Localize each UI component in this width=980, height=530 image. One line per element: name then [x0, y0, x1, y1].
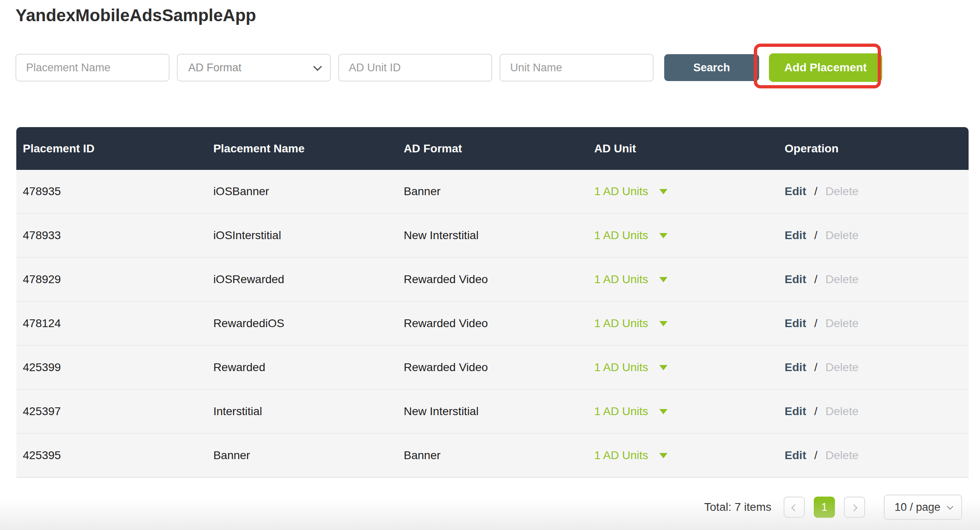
column-header-operation: Operation [778, 142, 969, 155]
dropdown-triangle-icon [659, 321, 667, 326]
ad-format-cell: Banner [397, 449, 588, 462]
placement-name-cell: RewardediOS [207, 317, 397, 330]
placement-id-cell: 425397 [16, 405, 207, 418]
placement-id-cell: 478124 [16, 317, 207, 330]
ad-units-dropdown-toggle[interactable]: 1 AD Units [594, 229, 667, 242]
operation-cell: Edit / Delete [778, 405, 969, 418]
chevron-down-icon [313, 62, 322, 71]
next-page-button[interactable] [844, 497, 865, 518]
table-row: 478935 iOSBanner Banner 1 AD Units Edit … [16, 170, 969, 214]
placement-name-cell: iOSBanner [207, 185, 397, 198]
placement-name-cell: Banner [207, 449, 397, 462]
ad-units-count-label: 1 AD Units [594, 229, 648, 242]
placement-name-cell: Rewarded [207, 361, 397, 374]
ad-units-dropdown-toggle[interactable]: 1 AD Units [594, 317, 667, 330]
table-row: 478124 RewardediOS Rewarded Video 1 AD U… [16, 302, 969, 346]
placement-id-cell: 478929 [16, 273, 207, 286]
page-size-label: 10 / page [894, 501, 940, 514]
add-placement-button[interactable]: Add Placement [769, 53, 882, 82]
chevron-right-icon [850, 504, 857, 511]
ad-units-dropdown-toggle[interactable]: 1 AD Units [594, 361, 667, 374]
previous-page-button[interactable] [784, 497, 805, 518]
total-items-label: Total: 7 items [704, 501, 771, 514]
dropdown-triangle-icon [659, 233, 667, 238]
ad-units-count-label: 1 AD Units [594, 273, 648, 286]
placement-id-cell: 478935 [16, 185, 207, 198]
table-row: 478929 iOSRewarded Rewarded Video 1 AD U… [16, 258, 969, 302]
ad-format-cell: New Interstitial [397, 229, 588, 242]
ad-units-count-label: 1 AD Units [594, 449, 648, 462]
ad-unit-cell: 1 AD Units [588, 185, 778, 198]
ad-units-count-label: 1 AD Units [594, 317, 648, 330]
placement-name-cell: Interstitial [207, 405, 397, 418]
ad-units-dropdown-toggle[interactable]: 1 AD Units [594, 185, 667, 198]
dropdown-triangle-icon [659, 409, 667, 414]
delete-link[interactable]: Delete [826, 405, 859, 418]
chevron-down-icon [947, 503, 954, 510]
unit-name-input[interactable] [500, 54, 654, 81]
edit-link[interactable]: Edit [785, 361, 806, 374]
table-row: 425399 Rewarded Rewarded Video 1 AD Unit… [16, 346, 969, 390]
table-row: 425395 Banner Banner 1 AD Units Edit / D… [16, 434, 969, 478]
operation-cell: Edit / Delete [778, 317, 969, 330]
operation-separator: / [809, 361, 822, 374]
ad-format-select[interactable]: AD Format [177, 54, 331, 81]
table-body: 478935 iOSBanner Banner 1 AD Units Edit … [16, 170, 969, 478]
operation-separator: / [809, 229, 822, 242]
operation-cell: Edit / Delete [778, 449, 969, 462]
column-header-placement-name: Placement Name [207, 142, 397, 155]
ad-unit-cell: 1 AD Units [588, 405, 778, 418]
ad-unit-cell: 1 AD Units [588, 317, 778, 330]
ad-unit-id-input[interactable] [338, 54, 492, 81]
ad-format-cell: Rewarded Video [397, 273, 588, 286]
operation-cell: Edit / Delete [778, 185, 969, 198]
delete-link[interactable]: Delete [826, 361, 859, 374]
operation-cell: Edit / Delete [778, 273, 969, 286]
edit-link[interactable]: Edit [785, 317, 806, 330]
delete-link[interactable]: Delete [826, 185, 859, 198]
placement-name-cell: iOSInterstitial [207, 229, 397, 242]
ad-unit-cell: 1 AD Units [588, 229, 778, 242]
column-header-ad-format: AD Format [397, 142, 588, 155]
delete-link[interactable]: Delete [826, 449, 859, 462]
table-row: 478933 iOSInterstitial New Interstitial … [16, 214, 969, 258]
delete-link[interactable]: Delete [826, 317, 859, 330]
table-header-row: Placement ID Placement Name AD Format AD… [16, 127, 969, 170]
placement-id-cell: 478933 [16, 229, 207, 242]
operation-separator: / [809, 317, 822, 330]
operation-separator: / [809, 405, 822, 418]
placement-name-cell: iOSRewarded [207, 273, 397, 286]
pagination: Total: 7 items 1 10 / page [704, 495, 962, 520]
delete-link[interactable]: Delete [826, 229, 859, 242]
dropdown-triangle-icon [659, 277, 667, 282]
ad-format-select-label: AD Format [188, 62, 242, 74]
edit-link[interactable]: Edit [785, 273, 806, 286]
current-page-button[interactable]: 1 [814, 497, 835, 518]
dropdown-triangle-icon [659, 453, 667, 458]
delete-link[interactable]: Delete [826, 273, 859, 286]
ad-units-count-label: 1 AD Units [594, 185, 648, 198]
placement-id-cell: 425399 [16, 361, 207, 374]
operation-cell: Edit / Delete [778, 361, 969, 374]
page-size-select[interactable]: 10 / page [884, 495, 962, 520]
search-button[interactable]: Search [664, 54, 759, 81]
filter-bar: AD Format Search Add Placement [15, 53, 882, 82]
dropdown-triangle-icon [659, 189, 667, 194]
ad-unit-cell: 1 AD Units [588, 449, 778, 462]
ad-unit-cell: 1 AD Units [588, 273, 778, 286]
edit-link[interactable]: Edit [785, 449, 806, 462]
placement-id-cell: 425395 [16, 449, 207, 462]
ad-units-dropdown-toggle[interactable]: 1 AD Units [594, 449, 667, 462]
operation-separator: / [809, 273, 822, 286]
page-title: YandexMobileAdsSampleApp [15, 6, 256, 25]
chevron-left-icon [791, 504, 798, 511]
edit-link[interactable]: Edit [785, 229, 806, 242]
placement-name-input[interactable] [15, 54, 170, 81]
ad-units-dropdown-toggle[interactable]: 1 AD Units [594, 405, 667, 418]
edit-link[interactable]: Edit [785, 405, 806, 418]
edit-link[interactable]: Edit [785, 185, 806, 198]
ad-format-cell: Rewarded Video [397, 361, 588, 374]
ad-unit-cell: 1 AD Units [588, 361, 778, 374]
dropdown-triangle-icon [659, 365, 667, 370]
ad-units-dropdown-toggle[interactable]: 1 AD Units [594, 273, 667, 286]
